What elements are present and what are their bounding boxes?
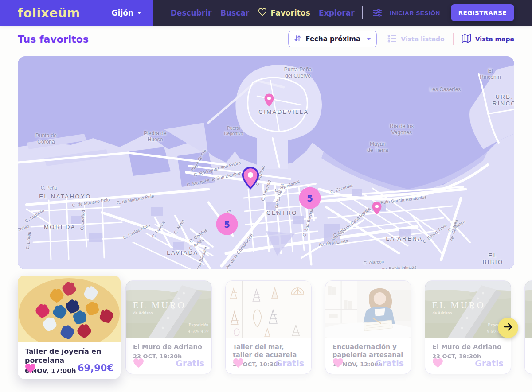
nav-links: Descubrir Buscar Favoritos Explorar [166,8,359,18]
navbar-brand-section: folixeüm Gijón [0,0,153,26]
card-image [325,281,411,338]
event-card[interactable]: EL MUROde AdrianoExposición9-6/25-9-22El… [125,280,212,374]
nav-item-favoritos[interactable]: Favoritos [258,8,310,18]
card-title: El Muro de Adriano [126,338,211,351]
card-footer: Gratis [133,358,204,368]
chevron-down-icon [367,38,371,40]
view-switcher: Vista listado Vista mapa [387,33,514,45]
card-date: 23 OCT, 19:30h [525,351,532,360]
carousel-next-button[interactable] [498,318,518,338]
card-content: EL MUROde AdrianoExposición9-6/25-9-22El… [126,281,211,360]
card-title: Encuadernación y papelería artesanal [325,338,411,359]
card-content: Encuadernación y papelería artesanal13 N… [325,281,411,368]
card-price: Gratis [475,358,504,368]
nav-item-favoritos-label: Favoritos [271,8,310,17]
arrow-right-icon [503,322,513,334]
favorite-heart-icon[interactable] [432,358,443,368]
card-price: Gratis [176,358,204,368]
view-toggle-list-label: Vista listado [401,35,444,43]
svg-text:9-6/25-9-22: 9-6/25-9-22 [188,329,209,334]
card-image [18,276,121,342]
map-icon [462,34,471,44]
favorite-heart-icon[interactable] [332,358,344,368]
app-logo[interactable]: folixeüm [18,6,80,20]
favorite-heart-icon[interactable] [25,363,36,373]
card-footer: Gratis [332,358,404,368]
map-cluster-marker[interactable]: 5 [299,187,321,209]
register-button[interactable]: REGISTRARSE [451,4,514,21]
map-canvas[interactable]: CIMADEVILLAEL NATAHOYOMOREDACENTROLAVIAD… [18,56,514,269]
view-toggle-map[interactable]: Vista mapa [462,34,514,44]
card-footer: Gratis [432,358,504,368]
card-content: Taller de joyería en porcelana6 NOV, 17:… [18,276,121,374]
city-selector[interactable]: Gijón [112,8,141,17]
card-title: El Muro de Adriano [425,338,511,351]
map-cluster-marker[interactable]: 5 [216,213,238,235]
view-toggle-map-label: Vista mapa [475,35,514,43]
sort-dropdown[interactable]: Fecha próxima [288,31,377,47]
heart-outline-icon [258,8,267,18]
view-toggle-list[interactable]: Vista listado [387,34,444,44]
map-pin-marker[interactable] [264,93,274,107]
filter-sliders-icon[interactable] [372,8,383,18]
city-selector-label: Gijón [112,8,133,17]
card-price: Gratis [375,358,404,368]
view-divider [453,33,454,45]
card-content: EL MUROde AdrianoExposición9-6/25-9-22El… [425,281,511,360]
event-card[interactable]: Taller de joyería en porcelana6 NOV, 17:… [18,276,121,379]
card-image: EL MUROde AdrianoExposición9-6/25-9-22 [126,281,211,338]
map-pin-selected-marker[interactable] [241,167,260,190]
card-price: 69,90€ [78,363,113,373]
list-icon [387,34,397,44]
chevron-down-icon [137,12,141,14]
sort-dropdown-value: Fecha próxima [305,35,362,43]
card-image: EL MUROde AdrianoExposición9-6/25-9-22 [525,281,532,338]
event-card[interactable]: Encuadernación y papelería artesanal13 N… [325,280,411,374]
sort-arrows-icon [294,35,301,44]
event-card[interactable]: EL MUROde AdrianoExposición9-6/25-9-22El… [524,280,532,374]
nav-item-buscar[interactable]: Buscar [220,8,249,17]
map-base-art [18,56,514,269]
card-footer: Gratis [233,358,304,368]
login-link[interactable]: INICIAR SESIÓN [390,10,440,16]
page-title: Tus favoritos [18,34,89,45]
event-card[interactable]: Taller del mar, taller de acuarela29 OCT… [225,280,312,374]
nav-item-explorar[interactable]: Explorar [319,8,355,17]
svg-text:Exposición: Exposición [189,322,209,327]
card-price: Gratis [275,358,304,368]
svg-text:EL MURO: EL MURO [133,300,186,310]
svg-text:de Adriano: de Adriano [133,310,153,315]
card-image [226,281,311,338]
favorite-heart-icon[interactable] [133,358,144,368]
navbar: folixeüm Gijón Descubrir Buscar Favorito… [0,0,532,26]
nav-divider [362,6,363,19]
svg-text:de Adriano: de Adriano [433,310,452,315]
map-pin-marker[interactable] [372,201,382,215]
card-content: EL MUROde AdrianoExposición9-6/25-9-22El… [525,281,532,360]
nav-item-descubrir[interactable]: Descubrir [171,8,212,17]
card-title: Taller de joyería en porcelana [18,342,121,365]
card-title: El Muro de Adriano [525,338,532,351]
navbar-links-section: Descubrir Buscar Favoritos Explorar INIC… [153,0,532,26]
card-title: Taller del mar, taller de acuarela [226,338,311,359]
svg-text:EL MURO: EL MURO [432,300,485,310]
card-content: Taller del mar, taller de acuarela29 OCT… [226,281,311,368]
favorites-toolbar: Tus favoritos Fecha próxima Vista listad… [0,26,532,52]
card-footer: 69,90€ [25,363,113,373]
favorite-heart-icon[interactable] [233,358,244,368]
